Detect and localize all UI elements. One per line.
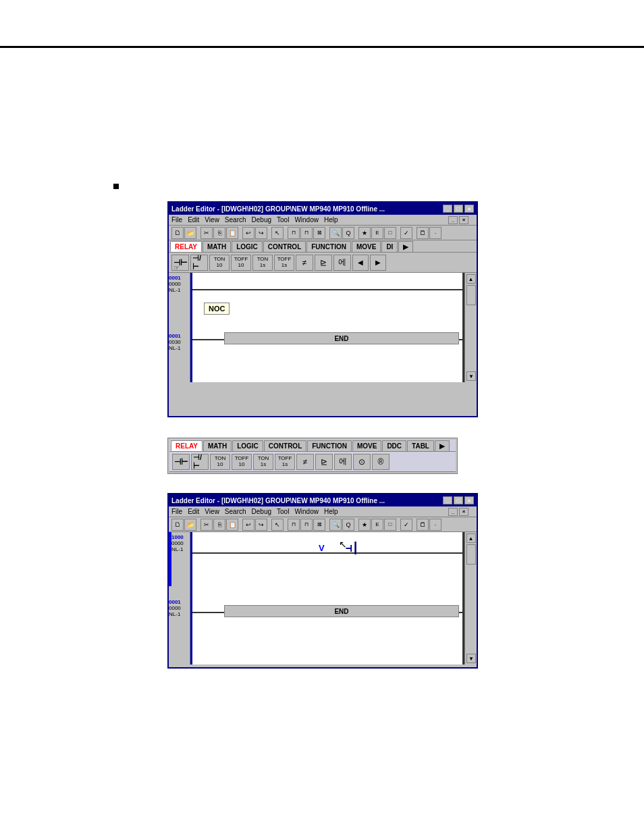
tb-search-1[interactable]: 🔍	[329, 227, 342, 239]
tb-cursor-3[interactable]: ↖	[271, 519, 284, 531]
minimize-button-1[interactable]: _	[443, 205, 452, 213]
rbtn-ton10-2[interactable]: TON10	[210, 454, 230, 470]
menu-debug-1[interactable]: Debug	[252, 216, 271, 224]
maximize-button-1[interactable]: □	[454, 205, 463, 213]
tb-dot-1[interactable]: ·	[429, 227, 441, 239]
rbtn-prev-1[interactable]: ◀	[352, 255, 369, 271]
tb-cursor-1[interactable]: ↖	[271, 227, 284, 239]
rbtn-toff10-2[interactable]: TOFF10	[232, 454, 252, 470]
scroll-thumb-1[interactable]	[466, 285, 476, 305]
menu-search-1[interactable]: Search	[225, 216, 246, 224]
tb-e-1[interactable]: E	[371, 227, 383, 239]
menu-window-1[interactable]: Window	[294, 216, 319, 224]
tab-math-1[interactable]: MATH	[203, 241, 231, 252]
menu-file-3[interactable]: File	[171, 508, 182, 515]
rbtn-ton1s-1[interactable]: TON1s	[252, 255, 273, 271]
rbtn-b7-1[interactable]: ⊵	[315, 255, 332, 271]
rbtn-ton1s-2[interactable]: TON1s	[253, 454, 273, 470]
scrollbar-1[interactable]: ▲ ▼	[464, 273, 477, 382]
tab-logic-1[interactable]: LOGIC	[232, 241, 263, 252]
tab-more-1[interactable]: ▶	[398, 241, 413, 252]
scrollbar-3[interactable]: ▲ ▼	[464, 532, 477, 664]
tb-check-3[interactable]: ✓	[400, 519, 412, 531]
tb-last-1[interactable]: 🗒	[417, 227, 429, 239]
rbtn-b7-2[interactable]: ⊵	[315, 454, 333, 470]
tb-cut-3[interactable]: ✂	[200, 519, 213, 531]
tab-function-1[interactable]: FUNCTION	[306, 241, 351, 252]
menu-help-3[interactable]: Help	[324, 508, 338, 515]
end-button-1[interactable]: END	[224, 332, 459, 344]
tb-open-1[interactable]: 📂	[184, 227, 196, 239]
end-button-3[interactable]: END	[224, 605, 459, 617]
sub-close-button-3[interactable]: ×	[459, 508, 468, 516]
rbtn-b8-2[interactable]: 에	[334, 454, 352, 470]
tab-control-2[interactable]: CONTROL	[264, 440, 306, 451]
rbtn-toff1s-2[interactable]: TOFF1s	[275, 454, 295, 470]
maximize-button-3[interactable]: □	[454, 496, 463, 504]
tb-q-3[interactable]: Q	[342, 519, 354, 531]
minimize-button-3[interactable]: _	[443, 496, 452, 504]
rbtn-noc-2[interactable]: ⊣⊢	[172, 454, 190, 470]
tb-cut-1[interactable]: ✂	[200, 227, 213, 239]
rbtn-nc-2[interactable]: ⊣/⊢	[191, 454, 209, 470]
menu-view-1[interactable]: View	[205, 216, 219, 224]
tb-undo-3[interactable]: ↩	[242, 519, 254, 531]
tb-search-3[interactable]: 🔍	[329, 519, 342, 531]
tab-tabl-2[interactable]: TABL	[407, 440, 434, 451]
menu-search-3[interactable]: Search	[225, 508, 246, 515]
tb-redo-1[interactable]: ↪	[255, 227, 267, 239]
tab-ddc-2[interactable]: DDC	[382, 440, 406, 451]
tab-math-2[interactable]: MATH	[203, 440, 232, 451]
sub-close-button-1[interactable]: ×	[459, 216, 468, 224]
tb-star-1[interactable]: ★	[358, 227, 371, 239]
tb-paste-1[interactable]: 📋	[226, 227, 238, 239]
rbtn-toff1s-1[interactable]: TOFF1s	[274, 255, 294, 271]
rbtn-noc-1[interactable]: ⊣⊢ ☞	[171, 255, 189, 271]
tab-logic-2[interactable]: LOGIC	[232, 440, 263, 451]
tb-dot-3[interactable]: ·	[429, 519, 441, 531]
tb-last-3[interactable]: 🗒	[417, 519, 429, 531]
menu-tool-3[interactable]: Tool	[277, 508, 289, 515]
close-button-3[interactable]: ×	[464, 496, 474, 504]
close-button-1[interactable]: ×	[464, 205, 474, 213]
tab-relay-1[interactable]: RELAY	[170, 241, 202, 252]
tb-b1-3[interactable]: ⊓	[288, 519, 300, 531]
tb-b3-3[interactable]: ⊠	[313, 519, 325, 531]
tab-move-1[interactable]: MOVE	[352, 241, 381, 252]
menu-file-1[interactable]: File	[171, 216, 182, 224]
tb-new-1[interactable]: 🗋	[171, 227, 184, 239]
rbtn-circle-s-2[interactable]: ⊙	[353, 454, 371, 470]
tb-undo-1[interactable]: ↩	[242, 227, 254, 239]
tb-redo-3[interactable]: ↪	[255, 519, 267, 531]
rbtn-b6-2[interactable]: ≠	[296, 454, 314, 470]
tb-b1[interactable]: ⊓	[288, 227, 300, 239]
tab-control-1[interactable]: CONTROL	[263, 241, 306, 252]
tb-copy-1[interactable]: ⎘	[213, 227, 225, 239]
tb-check-1[interactable]: ✓	[400, 227, 412, 239]
menu-debug-3[interactable]: Debug	[252, 508, 271, 515]
tb-new-3[interactable]: 🗋	[171, 519, 184, 531]
rbtn-b6-1[interactable]: ≠	[296, 255, 313, 271]
tb-b2-3[interactable]: ⊓	[300, 519, 313, 531]
tb-copy-3[interactable]: ⎘	[213, 519, 225, 531]
tab-move-2[interactable]: MOVE	[352, 440, 381, 451]
sub-min-button-1[interactable]: _	[448, 216, 458, 224]
rbtn-ton10-1[interactable]: TON10	[209, 255, 230, 271]
sub-min-button-3[interactable]: _	[448, 508, 458, 516]
rbtn-circle-r-2[interactable]: ®	[372, 454, 390, 470]
menu-view-3[interactable]: View	[205, 508, 219, 515]
tab-more-2[interactable]: ▶	[435, 440, 450, 451]
menu-tool-1[interactable]: Tool	[277, 216, 289, 224]
tb-f-1[interactable]: □	[384, 227, 396, 239]
menu-edit-1[interactable]: Edit	[188, 216, 199, 224]
rbtn-next-1[interactable]: ▶	[370, 255, 386, 271]
menu-help-1[interactable]: Help	[324, 216, 338, 224]
scroll-thumb-3[interactable]	[466, 544, 476, 565]
tb-q-1[interactable]: Q	[342, 227, 354, 239]
tb-b3[interactable]: ⊠	[313, 227, 325, 239]
rbtn-toff10-1[interactable]: TOFF10	[231, 255, 251, 271]
tb-paste-3[interactable]: 📋	[226, 519, 238, 531]
tab-relay-2[interactable]: RELAY	[171, 440, 203, 451]
tb-open-3[interactable]: 📂	[184, 519, 196, 531]
menu-edit-3[interactable]: Edit	[188, 508, 199, 515]
